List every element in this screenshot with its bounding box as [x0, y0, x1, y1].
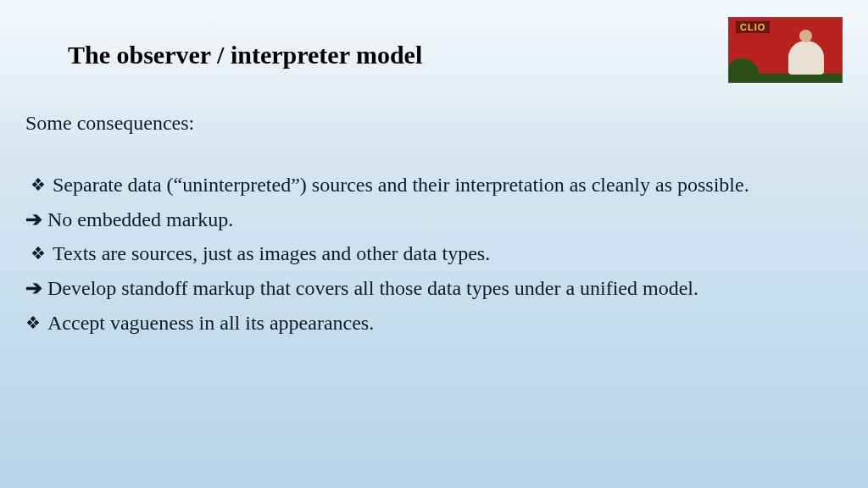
logo-foliage	[729, 58, 759, 82]
logo-label: CLIO	[736, 21, 770, 33]
list-item: ❖ Texts are sources, just as images and …	[25, 239, 843, 269]
list-item-text: Accept vagueness in all its appearances.	[47, 308, 843, 338]
intro-text: Some consequences:	[25, 108, 843, 138]
logo-figure-body	[788, 41, 824, 75]
diamond-bullet-icon: ❖	[31, 239, 53, 268]
list-item: ❖ Separate data (“uninterpreted”) source…	[25, 170, 843, 200]
list-item-text: Texts are sources, just as images and ot…	[53, 239, 843, 269]
diamond-bullet-icon: ❖	[31, 170, 53, 199]
slide-content: Some consequences: ❖ Separate data (“uni…	[0, 83, 868, 338]
arrow-bullet-icon: ➔	[25, 274, 47, 303]
list-item: ➔ Develop standoff markup that covers al…	[25, 274, 843, 303]
arrow-bullet-icon: ➔	[25, 205, 47, 235]
clio-logo-image: CLIO	[728, 17, 843, 83]
list-item-text: Separate data (“uninterpreted”) sources …	[53, 170, 843, 200]
slide-header: The observer / interpreter model CLIO	[0, 0, 868, 83]
list-item: ➔ No embedded markup.	[25, 205, 843, 235]
logo-figure	[784, 28, 826, 75]
list-item-text: No embedded markup.	[47, 205, 843, 235]
logo-figure-head	[799, 30, 812, 42]
list-item-text: Develop standoff markup that covers all …	[47, 274, 843, 303]
list-item: ❖ Accept vagueness in all its appearance…	[25, 308, 843, 338]
slide-title: The observer / interpreter model	[68, 41, 422, 69]
diamond-bullet-icon: ❖	[25, 308, 47, 337]
bullet-list: ❖ Separate data (“uninterpreted”) source…	[25, 170, 843, 338]
